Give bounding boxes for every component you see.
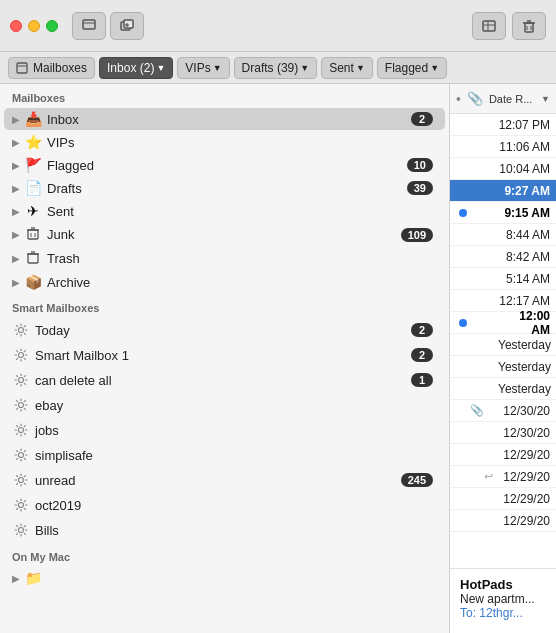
unread-indicator: [456, 319, 470, 327]
sidebar-item-smart-today[interactable]: Today 2: [4, 318, 445, 342]
email-row[interactable]: 12:07 PM: [450, 114, 556, 136]
vips-label: VIPs: [47, 135, 433, 150]
svg-point-31: [19, 503, 24, 508]
flagged-caret-icon: ▼: [430, 63, 439, 73]
onmymac-icon: 📁: [24, 570, 42, 586]
smart-item-label-ebay: ebay: [35, 398, 433, 413]
smart-item-badge-unread: 245: [401, 473, 433, 487]
sidebar-item-smart-ebay[interactable]: ebay: [4, 393, 445, 417]
email-row[interactable]: 9:27 AM: [450, 180, 556, 202]
inbox-icon: 📥: [24, 111, 42, 127]
email-time: Yesterday: [498, 338, 551, 352]
email-time: 9:15 AM: [498, 206, 550, 220]
gear-icon: [12, 521, 30, 539]
sidebar-item-vips[interactable]: ▶ ⭐ VIPs: [4, 131, 445, 153]
email-row[interactable]: 12:00 AM: [450, 312, 556, 334]
drafts-filter-button[interactable]: Drafts (39) ▼: [234, 57, 318, 79]
inbox-filter-button[interactable]: Inbox (2) ▼: [99, 57, 173, 79]
svg-point-29: [19, 453, 24, 458]
email-time: Yesterday: [498, 360, 551, 374]
email-row[interactable]: 12/29/20: [450, 444, 556, 466]
smart-item-badge-smart1: 2: [411, 348, 433, 362]
email-row[interactable]: 9:15 AM: [450, 202, 556, 224]
trash-label: Trash: [47, 251, 433, 266]
titlebar-right: [472, 12, 546, 40]
archive-label: Archive: [47, 275, 433, 290]
sidebar-item-smart-jobs[interactable]: jobs: [4, 418, 445, 442]
maximize-button[interactable]: [46, 20, 58, 32]
preview-pane: HotPads New apartm... To: 12thgr...: [450, 568, 556, 633]
email-row[interactable]: 12/30/20: [450, 422, 556, 444]
email-row[interactable]: 5:14 AM: [450, 268, 556, 290]
trash-expand-arrow: ▶: [12, 253, 24, 264]
smart-item-label-oct2019: oct2019: [35, 498, 433, 513]
sent-expand-arrow: ▶: [12, 206, 24, 217]
sent-label: Sent: [47, 204, 433, 219]
gear-icon: [12, 346, 30, 364]
new-window-button[interactable]: [110, 12, 144, 40]
compose-button[interactable]: [72, 12, 106, 40]
email-row[interactable]: ↩ 12/29/20: [450, 466, 556, 488]
email-time: Yesterday: [498, 382, 551, 396]
email-time: 12/29/20: [498, 492, 550, 506]
sidebar: Mailboxes ▶ 📥 Inbox 2 ▶ ⭐ VIPs ▶ 🚩 Flagg…: [0, 84, 450, 633]
sidebar-item-sent[interactable]: ▶ ✈ Sent: [4, 200, 445, 222]
sidebar-item-flagged[interactable]: ▶ 🚩 Flagged 10: [4, 154, 445, 176]
sidebar-item-smart-smart1[interactable]: Smart Mailbox 1 2: [4, 343, 445, 367]
vips-filter-button[interactable]: VIPs ▼: [177, 57, 229, 79]
email-row[interactable]: 8:44 AM: [450, 224, 556, 246]
svg-point-32: [19, 528, 24, 533]
drafts-label: Drafts: [47, 181, 407, 196]
date-sort-caret-icon[interactable]: ▼: [541, 94, 550, 104]
sidebar-item-drafts[interactable]: ▶ 📄 Drafts 39: [4, 177, 445, 199]
preview-subject: New apartm...: [460, 592, 546, 606]
sidebar-item-onmymac[interactable]: ▶ 📁: [4, 567, 445, 589]
email-time: 5:14 AM: [498, 272, 550, 286]
email-row[interactable]: 11:06 AM: [450, 136, 556, 158]
sidebar-item-inbox[interactable]: ▶ 📥 Inbox 2: [4, 108, 445, 130]
svg-point-27: [19, 403, 24, 408]
email-row[interactable]: 12/29/20: [450, 510, 556, 532]
junk-expand-arrow: ▶: [12, 229, 24, 240]
sidebar-item-archive[interactable]: ▶ 📦 Archive: [4, 271, 445, 293]
minimize-button[interactable]: [28, 20, 40, 32]
email-list-header: • 📎 Date R... ▼: [450, 84, 556, 114]
flagged-expand-arrow: ▶: [12, 160, 24, 171]
gear-icon: [12, 396, 30, 414]
email-row[interactable]: Yesterday: [450, 378, 556, 400]
smart-item-label-today: Today: [35, 323, 411, 338]
sidebar-item-smart-simplisafe[interactable]: simplisafe: [4, 443, 445, 467]
svg-point-25: [19, 353, 24, 358]
mailboxes-button[interactable]: Mailboxes: [8, 57, 95, 79]
email-time: 12/30/20: [498, 426, 550, 440]
sidebar-item-smart-oct2019[interactable]: oct2019: [4, 493, 445, 517]
titlebar: [0, 0, 556, 52]
flagged-filter-button[interactable]: Flagged ▼: [377, 57, 447, 79]
vips-expand-arrow: ▶: [12, 137, 24, 148]
close-button[interactable]: [10, 20, 22, 32]
gear-icon: [12, 371, 30, 389]
sidebar-item-smart-bills[interactable]: Bills: [4, 518, 445, 542]
email-time: 11:06 AM: [498, 140, 550, 154]
date-sort-label[interactable]: Date R...: [489, 93, 535, 105]
sidebar-item-smart-candelete[interactable]: can delete all 1: [4, 368, 445, 392]
sent-filter-button[interactable]: Sent ▼: [321, 57, 373, 79]
archive-expand-arrow: ▶: [12, 277, 24, 288]
sidebar-item-junk[interactable]: ▶ Junk 109: [4, 223, 445, 246]
delete-button[interactable]: [512, 12, 546, 40]
email-row[interactable]: 📎 12/30/20: [450, 400, 556, 422]
email-row[interactable]: 12/29/20: [450, 488, 556, 510]
email-row[interactable]: Yesterday: [450, 356, 556, 378]
email-row[interactable]: 8:42 AM: [450, 246, 556, 268]
move-button[interactable]: [472, 12, 506, 40]
junk-icon: [24, 226, 42, 243]
svg-rect-3: [124, 20, 133, 28]
email-row[interactable]: 10:04 AM: [450, 158, 556, 180]
email-row[interactable]: Yesterday: [450, 334, 556, 356]
email-time: 12:17 AM: [498, 294, 550, 308]
email-time: 8:42 AM: [498, 250, 550, 264]
titlebar-left: [10, 12, 144, 40]
flagged-icon: 🚩: [24, 157, 42, 173]
sidebar-item-smart-unread[interactable]: unread 245: [4, 468, 445, 492]
sidebar-item-trash[interactable]: ▶ Trash: [4, 247, 445, 270]
